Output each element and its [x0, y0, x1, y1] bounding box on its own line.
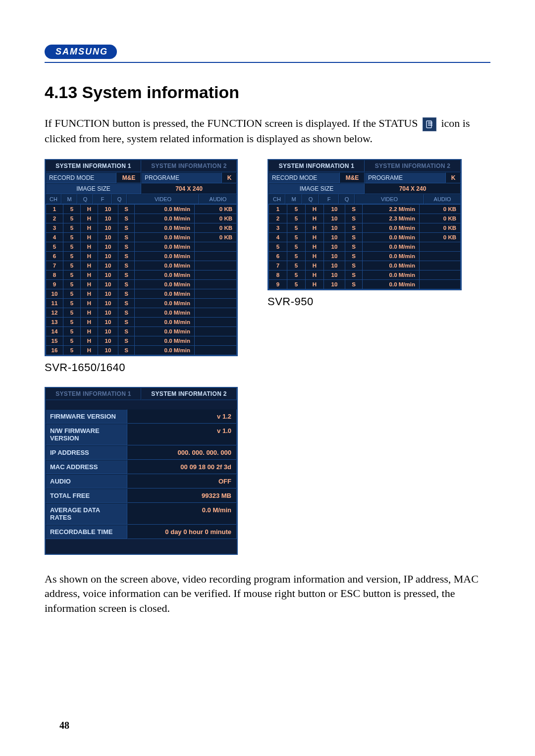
cell-audio	[195, 279, 237, 289]
cell-q: H	[81, 336, 98, 345]
cell-q2: S	[118, 308, 135, 317]
cell-q2: S	[118, 326, 135, 336]
model-label-right: SVR-950	[268, 295, 462, 308]
cell-q2: S	[345, 279, 363, 289]
cell-q: H	[81, 204, 98, 214]
cell-video: 2.2 M/min	[363, 204, 420, 214]
cell-m: 5	[63, 232, 81, 242]
cell-q2: S	[345, 251, 363, 261]
cell-ch: 5	[269, 242, 287, 251]
kv-value: 00 09 18 00 2f 3d	[127, 460, 237, 474]
cell-ch: 3	[46, 223, 63, 232]
cell-f: 10	[98, 326, 118, 336]
cell-video: 0.0 M/min	[135, 204, 195, 214]
svg-rect-3	[428, 125, 432, 126]
cell-m: 5	[287, 270, 306, 279]
cell-audio	[195, 270, 237, 279]
sysinfo-details-panel: SYSTEM INFORMATION 1 SYSTEM INFORMATION …	[45, 387, 238, 555]
cell-q2: S	[118, 261, 135, 270]
cell-audio	[195, 251, 237, 261]
cell-ch: 9	[269, 279, 287, 289]
cell-audio: 0 KB	[195, 232, 237, 242]
cell-q2: S	[118, 289, 135, 298]
cell-q: H	[81, 261, 98, 270]
cell-video: 0.0 M/min	[135, 214, 195, 223]
sysinfo-panel-svr950: SYSTEM INFORMATION 1 SYSTEM INFORMATION …	[268, 159, 462, 290]
value-k: K	[222, 172, 237, 183]
cell-audio	[195, 298, 237, 308]
cell-video: 0.0 M/min	[135, 308, 195, 317]
cell-f: 10	[98, 232, 118, 242]
cell-audio	[195, 242, 237, 251]
kv-value: v 1.0	[127, 424, 237, 445]
table-row: 25H10S0.0 M/min0 KB	[46, 214, 237, 223]
cell-ch: 7	[46, 261, 63, 270]
cell-video: 0.0 M/min	[135, 326, 195, 336]
kv-row: AVERAGE DATA RATES0.0 M/min	[46, 503, 237, 525]
cell-q: H	[306, 232, 324, 242]
col-q2-r: Q	[339, 194, 355, 204]
cell-m: 5	[287, 242, 306, 251]
label-programe: PROGRAME	[141, 172, 222, 183]
cell-f: 10	[98, 204, 118, 214]
intro-text-a: If FUNCTION button is pressed, the FUNCT…	[45, 117, 418, 129]
status-icon	[423, 117, 436, 131]
col-video-r: VIDEO	[355, 194, 424, 204]
cell-audio: 0 KB	[195, 223, 237, 232]
cell-q2: S	[345, 214, 363, 223]
kv-value: v 1.2	[127, 409, 237, 424]
table-row: 95H10S0.0 M/min	[269, 279, 461, 289]
cell-ch: 5	[46, 242, 63, 251]
col-video: VIDEO	[127, 194, 199, 204]
col-ch-r: CH	[268, 194, 285, 204]
cell-q2: S	[345, 204, 363, 214]
cell-q2: S	[345, 242, 363, 251]
cell-ch: 15	[46, 336, 63, 345]
col-f-r: F	[319, 194, 339, 204]
cell-video: 0.0 M/min	[135, 261, 195, 270]
kv-row: FIRMWARE VERSIONv 1.2	[46, 409, 237, 424]
cell-m: 5	[287, 204, 306, 214]
cell-audio	[420, 279, 461, 289]
cell-audio: 0 KB	[420, 223, 461, 232]
cell-m: 5	[63, 308, 81, 317]
outro-paragraph: As shown on the screen above, video reco…	[45, 572, 490, 616]
cell-video: 0.0 M/min	[363, 232, 420, 242]
tab-sysinfo1-r: SYSTEM INFORMATION 1	[268, 160, 365, 172]
table-row: 75H10S0.0 M/min	[269, 261, 461, 270]
kv-row: AUDIOOFF	[46, 474, 237, 488]
cell-f: 10	[98, 336, 118, 345]
svg-rect-2	[428, 123, 432, 124]
cell-m: 5	[63, 326, 81, 336]
cell-q2: S	[118, 336, 135, 345]
cell-q: H	[306, 279, 324, 289]
table-row: 165H10S0.0 M/min	[46, 345, 237, 355]
table-row: 45H10S0.0 M/min0 KB	[46, 232, 237, 242]
intro-paragraph: If FUNCTION button is pressed, the FUNCT…	[45, 116, 490, 146]
cell-video: 0.0 M/min	[135, 251, 195, 261]
cell-audio: 0 KB	[420, 204, 461, 214]
table-row: 105H10S0.0 M/min	[46, 289, 237, 298]
kv-key: AVERAGE DATA RATES	[46, 503, 127, 525]
table-row: 55H10S0.0 M/min	[269, 242, 461, 251]
kv-key: TOTAL FREE	[46, 488, 127, 503]
cell-f: 10	[98, 251, 118, 261]
cell-m: 5	[63, 336, 81, 345]
table-row: 75H10S0.0 M/min	[46, 261, 237, 270]
cell-audio	[195, 308, 237, 317]
svg-rect-1	[428, 122, 432, 123]
cell-video: 0.0 M/min	[135, 270, 195, 279]
cell-f: 10	[324, 204, 345, 214]
kv-row: TOTAL FREE99323 MB	[46, 488, 237, 503]
cell-f: 10	[98, 308, 118, 317]
cell-video: 0.0 M/min	[363, 261, 420, 270]
cell-ch: 3	[269, 223, 287, 232]
cell-q2: S	[118, 298, 135, 308]
cell-q: H	[81, 317, 98, 326]
cell-video: 0.0 M/min	[363, 223, 420, 232]
value-image-size: 704 X 240	[141, 183, 237, 194]
cell-video: 0.0 M/min	[363, 251, 420, 261]
cell-q: H	[81, 326, 98, 336]
cell-ch: 14	[46, 326, 63, 336]
label-record-mode: RECORD MODE	[46, 172, 116, 183]
